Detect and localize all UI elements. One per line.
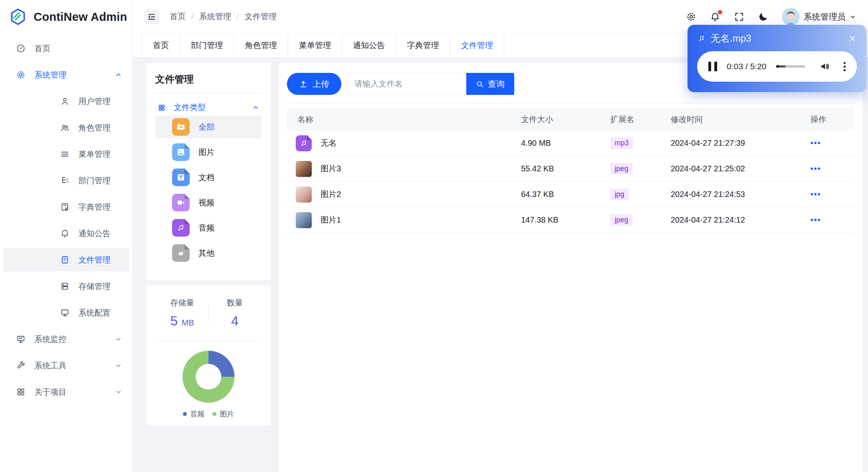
sidebar-collapse-button[interactable] [144,9,159,24]
file-size: 55.42 KB [519,164,608,173]
search-input[interactable] [347,73,466,95]
pause-icon[interactable] [708,62,717,71]
tab-dict[interactable]: 字典管理 [396,34,450,57]
search-box: 查询 [347,73,514,95]
sidebar-item-label: 系统工具 [34,360,66,371]
tree-list-icon [60,176,70,185]
tab-notice[interactable]: 通知公告 [342,34,396,57]
monitor-icon [60,308,70,317]
divider [156,341,261,341]
app-title: ContiNew Admin [34,10,127,24]
chevron-down-icon [850,14,856,20]
fold-corner [184,244,190,249]
sidebar-item-label: 字典管理 [78,202,110,213]
tab-role[interactable]: 角色管理 [234,34,288,57]
row-actions-more-icon[interactable]: ••• [805,139,854,148]
volume-icon[interactable] [820,61,831,72]
row-actions-more-icon[interactable]: ••• [805,215,854,225]
query-button[interactable]: 查询 [466,73,514,95]
fullscreen-icon[interactable] [734,12,744,22]
sidebar-item-menu-management[interactable]: 菜单管理 [3,143,129,166]
file-type-tree-header[interactable]: 文件类型 [158,102,259,113]
more-vertical-icon[interactable] [844,62,846,71]
fold-corner [307,135,312,140]
user-menu[interactable]: 系统管理员 [782,8,856,26]
file-modified-time: 2024-04-27 21:25:02 [668,164,805,173]
tab-file-management[interactable]: 文件管理 [450,34,504,57]
file-type-video[interactable]: 视频 [155,191,262,214]
close-icon[interactable] [848,34,857,43]
table-row[interactable]: 图片2 64.37 KB jpg 2024-04-27 21:24:53 ••• [287,182,854,207]
settings-gear-icon[interactable] [686,12,696,22]
donut-chart [182,351,235,403]
sidebar-item-file-management[interactable]: 文件管理 [3,248,129,271]
file-thumbnail [296,212,312,228]
sidebar-item-about-project[interactable]: 关于项目 [3,380,129,404]
panel-title: 文件管理 [155,73,262,86]
sidebar-item-system-management[interactable]: 系统管理 [3,63,129,86]
file-type-panel: 文件管理 文件类型 [146,63,271,280]
file-type-image[interactable]: 图片 [155,141,262,163]
video-file-icon [172,194,190,211]
sidebar-item-label: 系统监控 [34,334,66,345]
file-type-label: 音频 [198,223,214,233]
sidebar-item-storage-management[interactable]: 存储管理 [3,275,129,298]
chevron-down-icon [115,362,122,369]
file-type-all[interactable]: 全部 [155,116,262,138]
ext-badge: mp3 [610,137,633,149]
avatar[interactable] [782,8,800,26]
tab-label: 角色管理 [245,40,277,51]
file-name[interactable]: 无名 [321,138,337,149]
storage-value: 5 MB [156,313,208,329]
sidebar-item-role-management[interactable]: 角色管理 [3,116,129,139]
row-actions-more-icon[interactable]: ••• [805,190,854,199]
sidebar-item-user-management[interactable]: 用户管理 [3,90,129,113]
divider [287,103,854,103]
tab-dept[interactable]: 部门管理 [180,34,234,57]
breadcrumb-item-home[interactable]: 首页 [170,11,186,22]
upload-button[interactable]: 上传 [287,73,341,95]
image-file-icon [172,143,190,161]
column-header-actions: 操作 [805,114,854,125]
sidebar-item-notice[interactable]: 通知公告 [3,222,129,245]
notification-bell-icon[interactable] [710,12,720,22]
tab-label: 菜单管理 [299,40,331,51]
sidebar-item-label: 首页 [34,43,50,54]
logo[interactable]: ContiNew Admin [0,0,132,34]
legend-item-image[interactable]: 图片 [212,409,234,419]
breadcrumb-item-system[interactable]: 系统管理 [199,11,231,22]
file-name[interactable]: 图片1 [321,215,341,225]
audio-progress-bar[interactable] [776,65,805,68]
upload-label: 上传 [313,78,329,90]
table-row[interactable]: 图片3 55.42 KB jpeg 2024-04-27 21:25:02 ••… [287,156,854,182]
file-table: 名称 文件大小 扩展名 修改时间 操作 [287,108,854,233]
file-icon [60,255,70,265]
file-name[interactable]: 图片3 [321,163,341,174]
sidebar-item-home[interactable]: 首页 [3,37,129,60]
sidebar: ContiNew Admin 首页 系统管理 [0,0,133,472]
tab-menu[interactable]: 菜单管理 [288,34,342,57]
sidebar-item-system-tools[interactable]: 系统工具 [3,354,129,377]
sidebar-item-dict-management[interactable]: 字典管理 [3,195,129,219]
file-name[interactable]: 图片2 [321,189,341,200]
sidebar-item-system-config[interactable]: 系统配置 [3,301,129,324]
legend-item-audio[interactable]: 音频 [183,409,204,419]
tab-home[interactable]: 首页 [142,34,180,57]
dark-mode-moon-icon[interactable] [758,12,768,22]
table-row[interactable]: 图片1 147.38 KB jpeg 2024-04-27 21:24:12 •… [287,207,854,233]
sidebar-item-dept-management[interactable]: 部门管理 [3,169,129,192]
breadcrumb-separator: / [237,12,239,21]
row-actions-more-icon[interactable]: ••• [805,164,854,173]
ext-badge: jpeg [610,163,633,175]
file-type-other[interactable]: 其他 [155,242,262,264]
grid-small-icon [158,104,166,112]
table-row[interactable]: 无名 4.90 MB mp3 2024-04-27 21:27:39 ••• [287,131,854,156]
file-type-document[interactable]: 文档 [155,166,262,189]
sidebar-item-label: 角色管理 [78,123,110,133]
file-type-audio[interactable]: 音频 [155,217,262,239]
breadcrumb-item-current: 文件管理 [245,11,277,22]
sidebar-item-system-monitor[interactable]: 系统监控 [3,327,129,351]
audio-player-popup: 无名.mp3 0:03 / 5:20 [688,25,866,92]
file-modified-time: 2024-04-27 21:24:53 [668,190,805,199]
user-name: 系统管理员 [804,11,846,22]
